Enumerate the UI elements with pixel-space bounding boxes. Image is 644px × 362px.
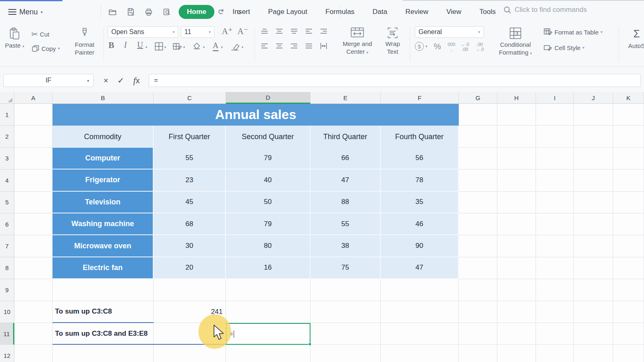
cell-F6-value[interactable]: 46 [381, 213, 459, 235]
row-header-9[interactable]: 9 [0, 279, 14, 301]
menu-button[interactable]: Menu ▾ [5, 5, 46, 19]
tab-home[interactable]: Home [179, 5, 214, 19]
column-header-A[interactable]: A [14, 92, 53, 104]
increase-font-button[interactable]: A⁺ [222, 26, 232, 37]
cell-E3-value[interactable]: 66 [310, 148, 381, 170]
column-header-B[interactable]: B [53, 92, 154, 104]
cell-B2-header[interactable]: Commodity [53, 126, 154, 147]
fill-handle[interactable] [308, 343, 311, 346]
currency-button[interactable]: $ [415, 42, 424, 51]
cell-D4-value[interactable]: 40 [226, 170, 310, 191]
tab-data[interactable]: Data [373, 8, 387, 16]
merge-center-button[interactable]: Merge and Center ▾ [338, 27, 377, 56]
cell-style-button[interactable]: Cell Style ▾ [543, 44, 584, 52]
chevron-down-icon[interactable]: ▾ [426, 44, 428, 48]
italic-button[interactable]: I [124, 40, 127, 50]
cut-button[interactable]: ✂ Cut [31, 30, 49, 39]
cell-B8-product[interactable]: Electric fan [53, 257, 154, 279]
column-header-J[interactable]: J [574, 92, 613, 104]
save-icon[interactable] [126, 7, 136, 17]
shading-button[interactable] [172, 42, 182, 53]
column-header-E[interactable]: E [310, 92, 381, 104]
cell-C6-value[interactable]: 68 [154, 213, 226, 235]
cell-B3-product[interactable]: Computer [53, 148, 154, 170]
copy-button[interactable]: Copy ▾ [31, 44, 60, 53]
cell-F5-value[interactable]: 35 [381, 192, 459, 213]
fill-color-button[interactable] [192, 42, 201, 53]
justify-button[interactable] [306, 44, 312, 48]
select-all-corner[interactable] [0, 92, 14, 104]
cell-E8-value[interactable]: 75 [310, 257, 381, 279]
column-header-K[interactable]: K [613, 92, 644, 104]
row-header-6[interactable]: 6 [0, 213, 14, 235]
percent-button[interactable]: % [434, 42, 441, 51]
cell-C8-value[interactable]: 20 [154, 257, 226, 279]
insert-function-icon[interactable]: fx [133, 76, 140, 86]
tab-formulas[interactable]: Formulas [325, 8, 354, 16]
cell-B4-product[interactable]: Frigerator [53, 170, 154, 191]
cell-C7-value[interactable]: 30 [154, 235, 226, 257]
increase-indent-button[interactable] [320, 29, 327, 34]
format-as-table-button[interactable]: Format as Table ▾ [543, 28, 603, 36]
print-icon[interactable] [144, 7, 154, 17]
cell-C2-header[interactable]: First Quarter [154, 126, 226, 147]
chevron-down-icon[interactable]: ▾ [221, 45, 223, 49]
column-header-C[interactable]: C [154, 92, 226, 104]
cell-D8-value[interactable]: 16 [226, 257, 310, 279]
number-format-select[interactable]: General▾ [415, 26, 484, 38]
distributed-button[interactable] [320, 42, 328, 52]
cell-E2-header[interactable]: Third Quarter [310, 126, 381, 147]
cell-B6-product[interactable]: Washing machine [53, 213, 154, 235]
increase-decimal-button[interactable]: .00 →.0 [476, 42, 484, 52]
conditional-formatting-button[interactable]: Conditional Formatting ▾ [495, 27, 536, 57]
row-header-7[interactable]: 7 [0, 235, 14, 257]
cell-B10-note[interactable]: To sum up C3:C8 [53, 301, 154, 323]
decrease-font-button[interactable]: A⁻ [237, 26, 248, 37]
cell-D3-value[interactable]: 79 [226, 148, 310, 170]
cell-D5-value[interactable]: 50 [226, 192, 310, 213]
align-top-button[interactable] [261, 29, 268, 34]
cell-D7-value[interactable]: 80 [226, 235, 310, 257]
cell-F2-header[interactable]: Fourth Quarter [381, 126, 459, 147]
underline-button[interactable]: U [137, 40, 143, 50]
row-header-5[interactable]: 5 [0, 192, 14, 213]
font-size-select[interactable]: 11▾ [181, 26, 214, 38]
row-header-11[interactable]: 11 [0, 323, 14, 345]
font-color-button[interactable]: A [213, 41, 218, 51]
decrease-decimal-button[interactable]: ←.0 .00 [461, 42, 469, 52]
chevron-down-icon[interactable]: ▾ [203, 45, 205, 49]
align-left-button[interactable] [261, 44, 268, 48]
align-right-button[interactable] [291, 44, 297, 48]
cell-D2-header[interactable]: Second Quarter [226, 126, 310, 147]
row-header-3[interactable]: 3 [0, 148, 14, 170]
decrease-indent-button[interactable] [306, 29, 312, 34]
cell-B5-product[interactable]: Television [53, 192, 154, 213]
row-header-10[interactable]: 10 [0, 301, 14, 323]
wrap-text-button[interactable]: Wrap Text [381, 27, 404, 56]
align-middle-button[interactable] [276, 29, 283, 34]
row-header-4[interactable]: 4 [0, 170, 14, 191]
align-center-button[interactable] [276, 44, 283, 48]
chevron-down-icon[interactable]: ▾ [183, 45, 185, 49]
cell-E6-value[interactable]: 55 [310, 213, 381, 235]
command-search[interactable]: Click to find commands [503, 6, 587, 14]
bold-button[interactable]: B [108, 40, 114, 50]
row-header-12[interactable]: 12 [0, 345, 14, 362]
cell-F7-value[interactable]: 90 [381, 235, 459, 257]
format-painter-button[interactable]: Format Painter [69, 27, 100, 57]
cell-C4-value[interactable]: 23 [154, 170, 226, 191]
formula-input[interactable]: = [149, 74, 641, 87]
paste-button[interactable]: Paste ▾ [5, 27, 24, 50]
autosum-button[interactable]: Σ AutoS [624, 27, 644, 50]
cell-E5-value[interactable]: 88 [310, 192, 381, 213]
align-bottom-button[interactable] [291, 29, 297, 34]
cell-C3-value[interactable]: 55 [154, 148, 226, 170]
cells-area[interactable]: Annual salesCommodityFirst QuarterSecond… [14, 104, 644, 362]
column-header-G[interactable]: G [459, 92, 497, 104]
tab-review[interactable]: Review [405, 8, 428, 16]
eraser-button[interactable] [230, 42, 240, 53]
cancel-icon[interactable]: × [104, 76, 108, 85]
tab-view[interactable]: View [446, 8, 462, 16]
cell-C5-value[interactable]: 45 [154, 192, 226, 213]
cell-B1-table-title[interactable]: Annual sales [53, 104, 459, 126]
